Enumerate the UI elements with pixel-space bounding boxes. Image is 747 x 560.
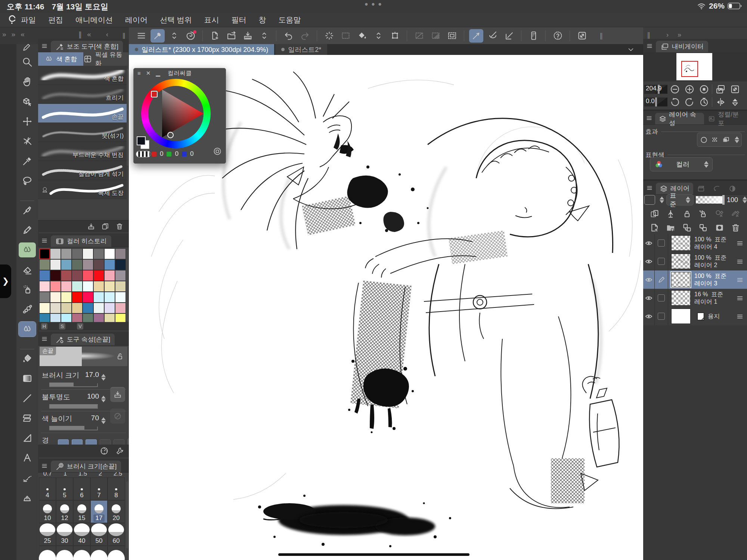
clip-studio-logo-icon[interactable] (7, 14, 18, 25)
color-swatch[interactable] (72, 303, 83, 313)
layer-row-레이어 3[interactable]: 100 % 표준레이어 3 (643, 270, 747, 289)
subtool-group-픽셀 유동화[interactable]: 픽셀 유동화 (83, 52, 129, 66)
viewport-rect[interactable] (681, 61, 698, 77)
figure-tool[interactable] (19, 391, 36, 406)
color-swatch[interactable] (83, 259, 93, 270)
layer-thumbnail-size[interactable] (644, 195, 655, 205)
brush-size-tab[interactable]: 브러시 크기[손끝] (51, 461, 121, 472)
blend-tool[interactable] (19, 322, 36, 337)
color-swatch[interactable] (39, 292, 50, 303)
layer-row-용지[interactable]: 용지 (643, 307, 747, 326)
mode-tab-H[interactable]: H (41, 323, 47, 329)
correction-line-tool[interactable] (19, 470, 36, 485)
edge-keyboard-icon[interactable] (526, 29, 540, 43)
panel-menu-icon[interactable] (643, 42, 656, 50)
minimize-icon[interactable]: ▁ (156, 70, 160, 77)
undo-icon[interactable] (281, 29, 295, 43)
main-color-swatch[interactable] (137, 136, 146, 145)
pen-tool[interactable] (19, 203, 36, 218)
navigator-tab[interactable]: 내비게이터 (656, 41, 708, 52)
help-icon[interactable] (551, 29, 565, 43)
menu-파일[interactable]: 파일 (21, 15, 36, 25)
layer-row-레이어 4[interactable]: 100 % 표준레이어 4 (643, 234, 747, 253)
brush-size-cell-clipped[interactable]: 1 (56, 472, 74, 477)
fill-tool[interactable] (19, 351, 36, 366)
fit-to-screen-button[interactable] (713, 84, 728, 95)
navigator-preview[interactable] (643, 52, 747, 81)
color-swatch[interactable] (104, 281, 115, 292)
snapshot-icon[interactable] (322, 29, 336, 43)
color-swatch[interactable] (83, 248, 93, 259)
redo-icon[interactable] (298, 29, 312, 43)
panel-menu-icon[interactable] (38, 237, 51, 244)
brush-size-clipped[interactable] (108, 546, 125, 560)
color-swatch[interactable] (39, 248, 50, 259)
tab-layer-property[interactable]: 레이어 속성 (655, 113, 704, 124)
layer-menu-icon[interactable] (736, 257, 744, 266)
mode-tab-S[interactable]: S (59, 323, 65, 329)
ruler-tool[interactable] (19, 430, 36, 445)
color-swatch[interactable] (72, 259, 83, 270)
color-swatch[interactable] (93, 270, 104, 281)
layer-visibility-eye-icon[interactable] (643, 252, 655, 270)
color-set-icon[interactable] (213, 147, 222, 156)
color-swatch[interactable] (61, 292, 72, 303)
panel-menu-icon[interactable] (38, 42, 51, 50)
edge-pull-tab[interactable]: ❯ (0, 264, 11, 298)
eyedropper-tool[interactable] (19, 154, 36, 168)
color-swatch[interactable] (115, 259, 126, 270)
layer-menu-icon[interactable] (736, 239, 744, 247)
menu-레이어[interactable]: 레이어 (125, 15, 148, 25)
brush-size-clipped[interactable] (73, 546, 90, 560)
lock-open-icon[interactable] (115, 352, 124, 361)
fit-to-window-button[interactable] (728, 84, 742, 95)
rotate-value-box[interactable]: 0.0 (644, 98, 667, 106)
rotate-reset-button[interactable] (697, 97, 711, 107)
color-swatch[interactable] (115, 281, 126, 292)
layer-mask-icon[interactable] (715, 223, 725, 233)
effect-chevrons[interactable] (735, 136, 739, 143)
save-icon[interactable] (241, 29, 255, 43)
expand-right-icon[interactable]: » (2, 30, 6, 39)
tool-switch-chevrons[interactable] (167, 29, 181, 43)
rotate-right-button[interactable] (682, 97, 697, 107)
fill-icon[interactable] (355, 29, 369, 43)
layer-row-레이어 2[interactable]: 100 % 표준레이어 2 (643, 252, 747, 271)
canvas-tab[interactable]: 일러스트2* (275, 44, 327, 55)
tab-mask[interactable] (725, 183, 740, 194)
sv-triangle[interactable] (141, 79, 211, 148)
deselect-icon[interactable] (412, 29, 426, 43)
subtool-색 혼합[interactable]: 색 혼합 (38, 66, 127, 85)
color-swatch[interactable] (104, 303, 115, 313)
layer-visibility-eye-icon[interactable] (643, 307, 655, 325)
move-layer-tool[interactable] (19, 114, 36, 129)
color-swatch[interactable] (50, 248, 61, 259)
param-불투명도[interactable]: 불투명도100 (42, 392, 125, 409)
select-area-icon[interactable] (338, 29, 353, 43)
brush-size-25[interactable]: 25 (39, 523, 56, 546)
menu-창[interactable]: 창 (259, 15, 266, 25)
canvas-tab[interactable]: 일러스트* (2300 x 1700px 300dpi 204.9%) (129, 44, 274, 55)
brush-size-6[interactable]: 6 (73, 477, 90, 500)
menu-애니메이션[interactable]: 애니메이션 (75, 15, 113, 25)
drag-handle-icon[interactable]: ∥ (78, 30, 82, 39)
auto-select-tool[interactable] (19, 134, 36, 149)
color-history-tab[interactable]: 컬러 히스토리 (51, 235, 111, 247)
expand-right-icon[interactable]: » (12, 30, 16, 39)
layer-row-레이어 1[interactable]: 16 % 표준레이어 1 (643, 289, 747, 307)
scrollbar[interactable] (126, 250, 128, 321)
hue-selector[interactable] (151, 91, 158, 98)
mode-tab-V[interactable]: V (77, 323, 83, 329)
fullscreen-icon[interactable] (575, 29, 589, 43)
brush-size-clipped[interactable] (90, 546, 108, 560)
brush-size-20[interactable]: 20 (108, 500, 125, 523)
brush-size-50[interactable]: 50 (90, 523, 108, 546)
collapse-left-icon[interactable]: « (87, 30, 91, 39)
selection-tool[interactable] (19, 173, 36, 188)
color-swatch[interactable] (50, 281, 61, 292)
text-tool[interactable] (19, 450, 36, 465)
clip-to-layer-icon[interactable] (650, 209, 660, 219)
subtool-group-색 혼합[interactable]: 색 혼합 (38, 52, 84, 66)
subtool-복제 도장[interactable]: 복제 도장 (38, 180, 127, 199)
tone-effect-icon[interactable] (710, 136, 719, 144)
